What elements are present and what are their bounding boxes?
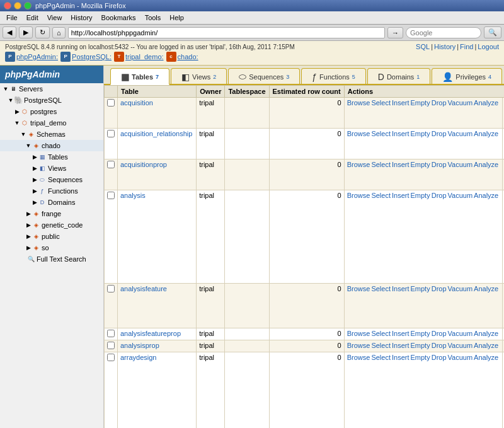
action-empty[interactable]: Empty [411, 161, 430, 168]
header-tablespace[interactable]: Tablespace [225, 86, 269, 98]
action-browse[interactable]: Browse [347, 192, 370, 199]
header-table[interactable]: Table [118, 86, 197, 98]
menu-bookmarks[interactable]: Bookmarks [98, 13, 140, 23]
action-vacuum[interactable]: Vacuum [448, 99, 473, 107]
action-vacuum[interactable]: Vacuum [448, 285, 473, 292]
window-controls[interactable] [4, 2, 32, 9]
breadcrumb-tripal-demo[interactable]: tripal_demo: [125, 53, 164, 61]
row-checkbox[interactable] [107, 99, 115, 107]
action-browse[interactable]: Browse [347, 354, 370, 361]
table-name[interactable]: acquisition [118, 98, 197, 129]
table-name[interactable]: analysisfeature [118, 284, 197, 328]
table-name[interactable]: analysisfeatureprop [118, 328, 197, 340]
action-drop[interactable]: Drop [432, 354, 447, 361]
row-checkbox[interactable] [107, 161, 115, 168]
header-owner[interactable]: Owner [197, 86, 225, 98]
action-empty[interactable]: Empty [411, 285, 430, 292]
action-insert[interactable]: Insert [392, 342, 410, 349]
tab-sequences[interactable]: ⬭ Sequences3 [228, 68, 300, 84]
action-analyze[interactable]: Analyze [474, 130, 498, 137]
sidebar-item-so[interactable]: ▶ ◈ so [0, 242, 103, 253]
find-link[interactable]: Find [460, 43, 473, 50]
action-drop[interactable]: Drop [432, 330, 447, 337]
action-insert[interactable]: Insert [392, 285, 410, 292]
sidebar-item-public[interactable]: ▶ ◈ public [0, 231, 103, 242]
action-insert[interactable]: Insert [392, 330, 410, 337]
back-button[interactable]: ◀ [3, 26, 16, 38]
menu-history[interactable]: History [67, 13, 96, 23]
sidebar-item-postgresql[interactable]: ▼ 🐘 PostgreSQL [0, 95, 103, 106]
action-analyze[interactable]: Analyze [474, 192, 498, 199]
action-vacuum[interactable]: Vacuum [448, 342, 473, 349]
action-drop[interactable]: Drop [432, 342, 447, 349]
action-empty[interactable]: Empty [411, 330, 430, 337]
action-empty[interactable]: Empty [411, 99, 430, 107]
action-analyze[interactable]: Analyze [474, 354, 498, 361]
action-empty[interactable]: Empty [411, 354, 430, 361]
maximize-button[interactable] [24, 2, 32, 9]
action-drop[interactable]: Drop [432, 99, 447, 107]
action-select[interactable]: Select [371, 342, 391, 349]
sidebar-item-frange[interactable]: ▶ ◈ frange [0, 208, 103, 219]
table-name[interactable]: arraydesign [118, 352, 197, 429]
table-name[interactable]: acquisition_relationship [118, 129, 197, 159]
action-insert[interactable]: Insert [392, 354, 410, 361]
action-empty[interactable]: Empty [411, 192, 430, 199]
action-empty[interactable]: Empty [411, 342, 430, 349]
menu-help[interactable]: Help [166, 13, 188, 23]
search-bar[interactable] [406, 27, 481, 38]
tab-domains[interactable]: D Domains1 [367, 68, 431, 84]
action-select[interactable]: Select [371, 99, 391, 107]
action-vacuum[interactable]: Vacuum [448, 161, 473, 168]
action-analyze[interactable]: Analyze [474, 99, 498, 107]
action-vacuum[interactable]: Vacuum [448, 330, 473, 337]
action-browse[interactable]: Browse [347, 342, 370, 349]
row-checkbox[interactable] [107, 342, 115, 349]
table-name[interactable]: analysis [118, 190, 197, 284]
menu-edit[interactable]: Edit [23, 13, 42, 23]
action-vacuum[interactable]: Vacuum [448, 354, 473, 361]
row-checkbox[interactable] [107, 130, 115, 137]
go-button[interactable]: → [387, 27, 403, 38]
breadcrumb-postgres[interactable]: PostgreSQL: [72, 53, 112, 61]
menu-file[interactable]: File [3, 13, 21, 23]
action-select[interactable]: Select [371, 354, 391, 361]
home-button[interactable]: ⌂ [52, 27, 66, 38]
action-insert[interactable]: Insert [392, 192, 410, 199]
action-drop[interactable]: Drop [432, 161, 447, 168]
action-insert[interactable]: Insert [392, 99, 410, 107]
menu-tools[interactable]: Tools [141, 13, 165, 23]
history-link[interactable]: History [434, 43, 455, 50]
action-browse[interactable]: Browse [347, 99, 370, 107]
refresh-button[interactable]: ↻ [35, 26, 50, 38]
row-checkbox[interactable] [107, 285, 115, 292]
table-name[interactable]: acquisitionprop [118, 159, 197, 190]
action-empty[interactable]: Empty [411, 130, 430, 137]
tab-privileges[interactable]: 👤 Privileges4 [432, 68, 502, 84]
sidebar-item-postgres[interactable]: ▶ ⬡ postgres [0, 106, 103, 117]
search-icon[interactable]: 🔍 [484, 26, 501, 38]
sidebar-item-tripal-demo[interactable]: ▼ ⬡ tripal_demo [0, 117, 103, 129]
sidebar-item-sequences[interactable]: ▶ ⬭ Sequences [0, 174, 103, 185]
action-vacuum[interactable]: Vacuum [448, 130, 473, 137]
header-est-rows[interactable]: Estimated row count [269, 86, 344, 98]
breadcrumb-phppgadmin[interactable]: phpPgAdmin: [16, 53, 58, 61]
tab-views[interactable]: ◧ Views2 [171, 68, 227, 84]
action-analyze[interactable]: Analyze [474, 342, 498, 349]
action-insert[interactable]: Insert [392, 130, 410, 137]
sidebar-item-schemas[interactable]: ▼ ◈ Schemas [0, 129, 103, 140]
tab-functions[interactable]: ƒ Functions5 [301, 68, 366, 84]
action-browse[interactable]: Browse [347, 330, 370, 337]
sidebar-item-servers[interactable]: ▼ 🖥 Servers [0, 83, 103, 95]
action-analyze[interactable]: Analyze [474, 285, 498, 292]
sidebar-item-functions[interactable]: ▶ ƒ Functions [0, 185, 103, 197]
action-select[interactable]: Select [371, 285, 391, 292]
action-select[interactable]: Select [371, 130, 391, 137]
minimize-button[interactable] [14, 2, 21, 9]
action-select[interactable]: Select [371, 192, 391, 199]
sidebar-item-genetic-code[interactable]: ▶ ◈ genetic_code [0, 219, 103, 231]
logout-link[interactable]: Logout [478, 43, 499, 50]
address-bar[interactable] [68, 27, 385, 38]
sidebar-item-domains[interactable]: ▶ D Domains [0, 197, 103, 208]
action-analyze[interactable]: Analyze [474, 330, 498, 337]
